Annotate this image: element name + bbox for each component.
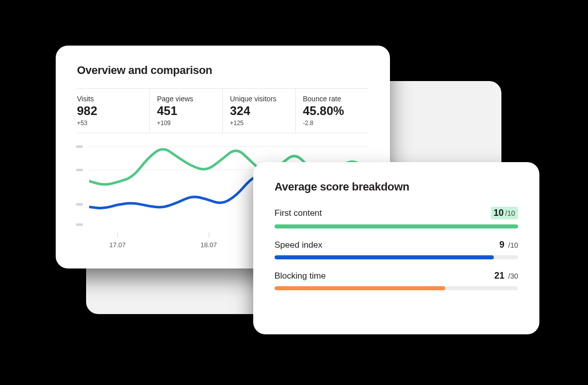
score-max: /30 xyxy=(508,272,518,280)
score-label: First content xyxy=(275,208,322,218)
score-head: First content 10 /10 xyxy=(275,207,518,219)
score-label: Speed index xyxy=(275,240,323,250)
progress-track xyxy=(275,224,518,228)
stat-value: 324 xyxy=(230,104,288,118)
score-row-first-content: First content 10 /10 xyxy=(275,207,518,228)
stat-uniquevisitors: Unique visitors 324 +125 xyxy=(223,89,296,133)
stat-label: Visits xyxy=(77,95,142,103)
y-tick-icon xyxy=(76,223,83,226)
x-tick-icon xyxy=(209,233,209,238)
progress-fill xyxy=(275,286,445,290)
score-title: Average score breakdown xyxy=(275,180,518,194)
stat-delta: +53 xyxy=(77,120,142,127)
progress-fill xyxy=(275,224,518,228)
x-axis-label: 18.07 xyxy=(201,241,217,249)
stats-row: Visits 982 +53 Page views 451 +109 Uniqu… xyxy=(77,88,369,133)
score-row-blocking-time: Blocking time 21 /30 xyxy=(275,271,518,290)
score-head: Blocking time 21 /30 xyxy=(275,271,518,281)
score-row-speed-index: Speed index 9 /10 xyxy=(275,240,518,259)
stat-pageviews: Page views 451 +109 xyxy=(150,89,223,133)
stat-visits: Visits 982 +53 xyxy=(77,89,150,133)
stat-delta: +109 xyxy=(157,120,215,127)
score-badge: 10 /10 xyxy=(491,207,519,219)
score-max: /10 xyxy=(505,209,515,217)
stat-label: Page views xyxy=(157,95,215,103)
score-value: 10 xyxy=(494,208,504,218)
progress-track xyxy=(275,286,518,290)
score-value-wrap: 21 /30 xyxy=(494,271,518,281)
x-axis-label: 17.07 xyxy=(109,241,126,249)
stat-value: 982 xyxy=(77,104,142,118)
score-head: Speed index 9 /10 xyxy=(275,240,518,250)
overview-title: Overview and comparison xyxy=(77,64,369,77)
stat-label: Bounce rate xyxy=(303,95,362,103)
stat-bouncerate: Bounce rate 45.80% -2.8 xyxy=(296,89,369,133)
stat-value: 451 xyxy=(157,104,215,118)
progress-fill xyxy=(275,255,494,259)
y-tick-icon xyxy=(76,169,83,171)
progress-track xyxy=(275,255,518,259)
score-value: 21 xyxy=(494,271,504,281)
stat-delta: +125 xyxy=(230,120,288,127)
stat-value: 45.80% xyxy=(303,104,362,118)
score-card: Average score breakdown First content 10… xyxy=(253,162,539,334)
score-max: /10 xyxy=(508,241,518,249)
y-tick-icon xyxy=(76,203,83,206)
x-tick-icon xyxy=(117,233,118,238)
stat-label: Unique visitors xyxy=(230,95,288,103)
score-value-wrap: 9 /10 xyxy=(499,240,518,250)
score-label: Blocking time xyxy=(275,271,326,281)
stat-delta: -2.8 xyxy=(303,120,362,127)
y-tick-icon xyxy=(76,145,83,148)
score-value: 9 xyxy=(499,240,504,250)
